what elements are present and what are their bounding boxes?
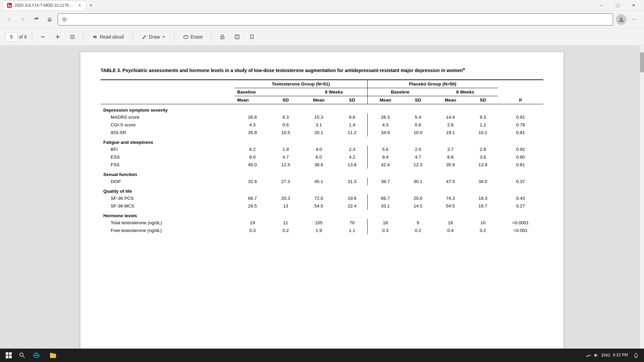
bookmark-button[interactable] (247, 32, 257, 42)
section-header-row: Depression symptom severity (101, 104, 543, 113)
read-aloud-button[interactable]: Read aloud (89, 32, 127, 42)
svg-point-14 (20, 353, 23, 356)
fit-page-button[interactable] (67, 32, 78, 42)
taskbar-search-button[interactable] (16, 349, 28, 361)
forward-button[interactable] (17, 14, 28, 25)
draw-button[interactable]: Draw (138, 32, 169, 42)
svg-rect-1 (9, 5, 11, 7)
toolbar-divider-2 (83, 32, 84, 42)
t-8w-header: 8 Weeks (301, 88, 368, 96)
table-row: MADRS score26.86.315.39.626.35.414.49.30… (101, 113, 543, 121)
pdf-page: TABLE 3. Psychiatric assessments and hor… (80, 52, 564, 351)
testosterone-group-header: Testosterone Group (N=51) (234, 80, 367, 88)
refresh-button[interactable] (31, 14, 42, 25)
read-aloud-label: Read aloud (100, 34, 124, 40)
pdf-content: TABLE 3. Psychiatric assessments and hor… (0, 46, 644, 351)
p-8w-mean-header: Mean (433, 96, 468, 104)
data-table: Testosterone Group (N=51) Placebo Group … (101, 79, 543, 234)
svg-rect-6 (184, 36, 188, 39)
system-icons (586, 353, 599, 358)
url-input[interactable] (69, 17, 609, 22)
pdf-toolbar: of 9 Read aloud Draw Erase (0, 28, 644, 46)
volume-icon (593, 353, 599, 358)
p-base-sd-header: SD (403, 96, 433, 104)
new-tab-button[interactable]: + (86, 1, 96, 10)
toolbar-divider-3 (132, 32, 133, 42)
taskbar-edge-app[interactable] (30, 349, 44, 361)
table-row: Free testosterone (ng/dL)0.30.21.91.10.3… (101, 227, 543, 234)
language-indicator: ENG (601, 353, 610, 358)
section-header-row: Fatigue and sleepiness (101, 136, 543, 145)
start-button[interactable] (3, 349, 15, 361)
p-baseline-header: Baseline (367, 88, 433, 96)
p-base-mean-header: Mean (367, 96, 403, 104)
zoom-in-button[interactable] (52, 32, 63, 42)
section-header-row: Hormone levels (101, 210, 543, 219)
svg-rect-13 (236, 37, 238, 39)
page-number-input[interactable] (5, 32, 17, 42)
measure-header (101, 80, 234, 104)
t-baseline-header: Baseline (234, 88, 301, 96)
page-of-label: of (19, 34, 23, 40)
print-button[interactable] (217, 32, 228, 42)
title-bar: 2020-JULY14-T-MDD-10.1176@... ✕ + ─ ⬜ ✕ (0, 0, 644, 11)
table-title: TABLE 3. Psychiatric assessments and hor… (101, 66, 543, 74)
tab-favicon (7, 3, 12, 8)
taskbar-time[interactable]: 6:32 PM (613, 353, 628, 358)
taskbar-fileexplorer-app[interactable] (46, 349, 60, 361)
network-icon (586, 353, 591, 358)
table-row: IDS-SR35.910.520.111.234.910.019.110.10.… (101, 129, 543, 136)
tab-close-btn[interactable]: ✕ (77, 3, 82, 8)
section-header-row: Sexual function (101, 169, 543, 178)
table-row: FSS45.012.538.613.842.412.335.913.90.81 (101, 161, 543, 169)
erase-label: Erase (191, 34, 203, 40)
table-row: SF-36 MCS29.51354.522.433.114.554.519.70… (101, 202, 543, 210)
notification-button[interactable] (631, 349, 641, 361)
tab-area: 2020-JULY14-T-MDD-10.1176@... ✕ + (3, 0, 96, 10)
taskbar-right: ENG 6:32 PM (586, 349, 641, 361)
t-base-mean-header: Mean (234, 96, 271, 104)
profile-button[interactable] (616, 14, 627, 25)
t-8w-sd-header: SD (337, 96, 367, 104)
p-8w-sd-header: SD (468, 96, 498, 104)
erase-button[interactable]: Erase (180, 32, 206, 42)
svg-point-10 (221, 37, 222, 38)
svg-rect-16 (50, 353, 53, 354)
browser-tab[interactable]: 2020-JULY14-T-MDD-10.1176@... ✕ (3, 1, 86, 10)
table-row: SF-36 PCS66.720.372.619.666.720.674.318.… (101, 194, 543, 202)
t-8w-mean-header: Mean (301, 96, 337, 104)
taskbar: ENG 6:32 PM (0, 349, 644, 362)
toolbar-divider-1 (32, 32, 32, 42)
close-button[interactable]: ✕ (626, 0, 641, 11)
back-button[interactable] (4, 14, 15, 25)
tab-title: 2020-JULY14-T-MDD-10.1176@... (14, 3, 75, 8)
toolbar-divider-5 (211, 32, 212, 42)
svg-rect-0 (8, 4, 9, 7)
more-options-button[interactable]: ··· (629, 14, 640, 25)
minimize-button[interactable]: ─ (594, 0, 609, 11)
table-row: DISF32.827.345.131.338.730.147.534.00.37 (101, 178, 543, 185)
placebo-group-header: Placebo Group (N=50) (367, 80, 497, 88)
t-base-sd-header: SD (271, 96, 301, 104)
url-bar[interactable] (58, 13, 613, 25)
table-row: CGI-S score4.30.63.11.44.30.62.81.20.78 (101, 121, 543, 129)
svg-rect-9 (221, 38, 223, 39)
time-display: 6:32 PM (613, 353, 628, 358)
scrollbar[interactable] (640, 46, 644, 351)
window-controls: ─ ⬜ ✕ (594, 0, 641, 11)
table-row: BFI6.21.94.02.35.62.03.72.80.92 (101, 145, 543, 153)
home-button[interactable] (44, 14, 55, 25)
maximize-button[interactable]: ⬜ (610, 0, 625, 11)
svg-rect-12 (236, 35, 238, 37)
draw-label: Draw (149, 34, 160, 40)
total-pages-label: 9 (24, 34, 27, 40)
p-col-header: p (498, 80, 543, 104)
save-button[interactable] (232, 32, 243, 42)
zoom-out-button[interactable] (38, 32, 48, 42)
section-header-row: Quality of life (101, 185, 543, 194)
table-row: ESS8.04.76.04.29.44.76.83.60.80 (101, 153, 543, 161)
toolbar-divider-4 (174, 32, 174, 42)
scrollbar-thumb[interactable] (640, 52, 644, 72)
svg-rect-5 (71, 36, 73, 38)
svg-point-3 (620, 17, 623, 20)
